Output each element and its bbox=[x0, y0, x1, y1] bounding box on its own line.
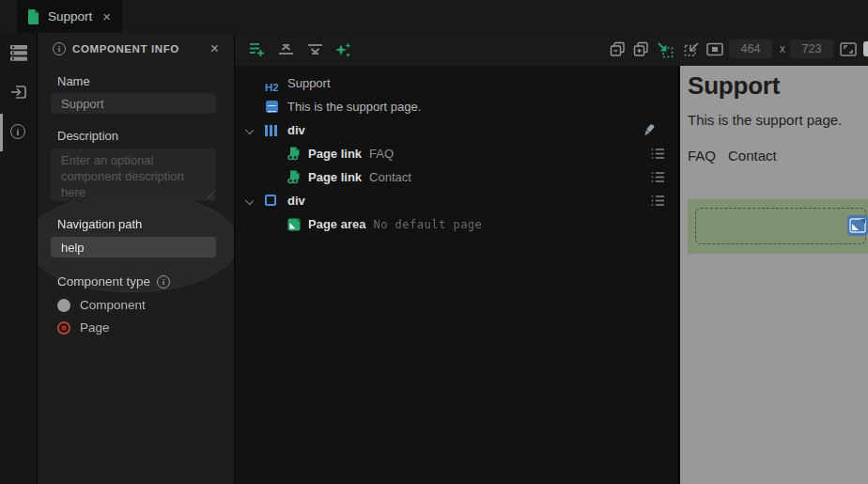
tree-row-page-area[interactable]: Page area No default page bbox=[235, 212, 678, 236]
page-area-badge-icon bbox=[847, 215, 868, 236]
tree-row-page-link-contact[interactable]: Page link Contact bbox=[235, 165, 678, 189]
collapse-to-selection-icon[interactable] bbox=[657, 41, 674, 58]
radio-label: Component bbox=[80, 298, 146, 312]
page-area-icon bbox=[287, 218, 301, 231]
collapse-all-icon[interactable] bbox=[610, 41, 627, 58]
tree-row-label: Support bbox=[287, 76, 331, 90]
radio-option-page[interactable]: Page bbox=[57, 320, 110, 335]
dimension-separator: x bbox=[780, 42, 785, 55]
tab-title: Support bbox=[48, 9, 92, 23]
clipped-toolbar-icon[interactable] bbox=[863, 41, 868, 56]
app-structure-tree: H2 Support This is the support page. div bbox=[235, 66, 679, 484]
tree-row-label: This is the support page. bbox=[287, 100, 421, 114]
viewport-height-input[interactable] bbox=[790, 39, 833, 58]
panel-close-icon[interactable]: × bbox=[210, 40, 219, 57]
page-link-icon bbox=[287, 147, 301, 161]
expand-all-icon[interactable] bbox=[633, 41, 650, 58]
radio-label: Page bbox=[80, 320, 110, 335]
chevron-down-icon[interactable] bbox=[245, 196, 254, 205]
tree-row-label: Page link bbox=[308, 147, 362, 161]
tree-row-paragraph[interactable]: This is the support page. bbox=[235, 95, 678, 118]
ai-sparkles-icon[interactable] bbox=[334, 41, 351, 58]
preview-link-contact[interactable]: Contact bbox=[728, 148, 777, 164]
component-info-panel: i COMPONENT INFO × Name Description Navi… bbox=[38, 33, 235, 484]
tree-row-label: div bbox=[287, 194, 305, 208]
navigation-path-input[interactable] bbox=[51, 237, 216, 258]
chevron-down-icon[interactable] bbox=[245, 126, 254, 134]
preview-nav-links: FAQ Contact bbox=[688, 148, 777, 164]
name-input[interactable] bbox=[51, 93, 216, 114]
fit-screen-icon[interactable] bbox=[840, 41, 857, 58]
description-field-wrap bbox=[51, 148, 216, 201]
tree-row-label: Page area bbox=[308, 217, 365, 231]
description-label: Description bbox=[57, 129, 118, 143]
name-label: Name bbox=[57, 74, 90, 88]
insert-panel-icon[interactable] bbox=[10, 84, 27, 101]
component-type-row: Component type i bbox=[57, 274, 170, 289]
radio-option-component[interactable]: Component bbox=[57, 298, 146, 312]
navigation-path-label: Navigation path bbox=[57, 217, 142, 231]
info-icon: i bbox=[53, 42, 66, 55]
columns-icon bbox=[265, 125, 277, 136]
tree-row-h2[interactable]: H2 Support bbox=[235, 71, 678, 95]
square-icon bbox=[265, 195, 276, 206]
editor-toolbar: x bbox=[235, 33, 868, 66]
move-down-icon[interactable] bbox=[307, 41, 324, 58]
tree-row-value: No default page bbox=[373, 218, 482, 231]
preview-page-area[interactable] bbox=[688, 199, 868, 254]
tree-row-label: div bbox=[287, 123, 305, 137]
left-icon-rail: i bbox=[0, 33, 38, 484]
row-menu-icon[interactable] bbox=[651, 195, 666, 208]
tree-row-label: Page link bbox=[308, 170, 362, 184]
component-type-label: Component type bbox=[57, 274, 150, 289]
page-preview: Support This is the support page. FAQ Co… bbox=[680, 66, 868, 484]
paragraph-icon bbox=[266, 101, 278, 113]
component-info-header: i COMPONENT INFO × bbox=[38, 33, 234, 63]
add-element-icon[interactable] bbox=[249, 41, 266, 58]
tab-support[interactable]: Support × bbox=[17, 0, 122, 33]
viewport-width-input[interactable] bbox=[729, 39, 772, 58]
panel-title: COMPONENT INFO bbox=[72, 43, 179, 55]
row-menu-icon[interactable] bbox=[651, 148, 666, 161]
styles-brush-icon[interactable] bbox=[642, 123, 657, 136]
tab-close-icon[interactable]: × bbox=[102, 9, 111, 23]
preview-heading: Support bbox=[688, 71, 780, 101]
component-type-info-icon[interactable]: i bbox=[157, 275, 170, 289]
tree-row-value: Contact bbox=[369, 170, 411, 184]
file-icon bbox=[27, 9, 39, 24]
pages-panel-icon[interactable] bbox=[10, 45, 27, 62]
radio-unselected[interactable] bbox=[57, 299, 70, 312]
preview-link-faq[interactable]: FAQ bbox=[688, 148, 716, 164]
tree-row-div-area[interactable]: div bbox=[235, 189, 678, 212]
dock-preview-icon[interactable] bbox=[684, 41, 701, 58]
page-area-dropzone[interactable] bbox=[695, 208, 866, 244]
device-screen-icon[interactable] bbox=[706, 41, 723, 58]
tab-bar: Support × bbox=[0, 0, 868, 33]
tree-row-value: FAQ bbox=[369, 147, 394, 161]
page-link-icon bbox=[287, 170, 301, 184]
description-textarea[interactable] bbox=[51, 148, 216, 201]
move-up-icon[interactable] bbox=[278, 41, 295, 58]
active-panel-indicator bbox=[0, 114, 3, 151]
tree-row-page-link-faq[interactable]: Page link FAQ bbox=[235, 142, 678, 165]
h2-icon: H2 bbox=[265, 78, 279, 95]
component-info-panel-icon[interactable]: i bbox=[10, 124, 27, 141]
tree-row-div-links[interactable]: div bbox=[235, 118, 678, 142]
info-icon: i bbox=[10, 124, 25, 139]
radio-selected[interactable] bbox=[57, 321, 70, 335]
row-menu-icon[interactable] bbox=[651, 171, 666, 184]
preview-paragraph: This is the support page. bbox=[688, 112, 842, 128]
